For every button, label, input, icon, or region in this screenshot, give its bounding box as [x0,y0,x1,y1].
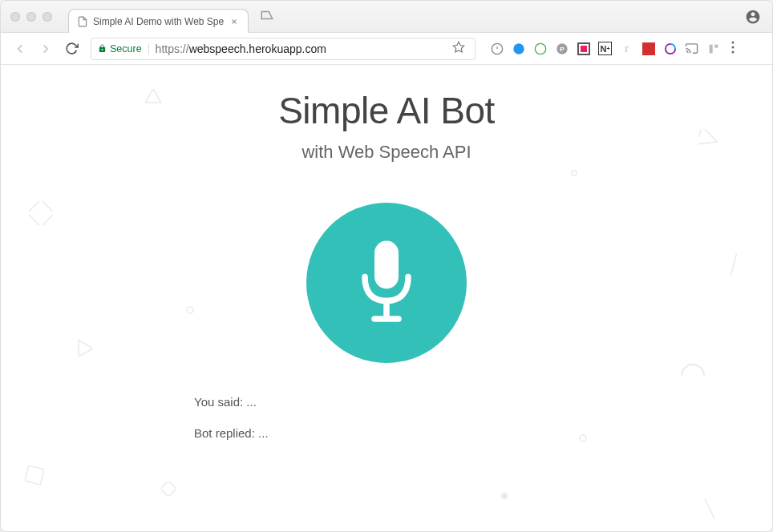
svg-rect-29 [161,482,176,496]
page-subtitle: with Web Speech API [1,142,772,163]
svg-point-18 [732,46,735,48]
menu-button[interactable] [726,41,739,57]
svg-text:P: P [560,45,565,52]
forward-button[interactable] [34,38,57,60]
extension-icon[interactable]: N+ [598,42,612,55]
secure-badge: Secure [98,43,149,54]
svg-rect-16 [714,44,718,47]
svg-point-6 [513,43,524,54]
lock-icon [98,44,107,53]
browser-tab[interactable]: Simple AI Demo with Web Spe [68,9,249,33]
svg-line-31 [705,498,714,518]
cast-icon[interactable] [685,42,698,55]
page-title: Simple AI Bot [1,89,772,132]
url-domain: webspeech.herokuapp.com [189,42,326,55]
you-said-value: ... [246,395,257,409]
secure-label: Secure [110,43,142,54]
reload-button[interactable] [60,38,83,60]
transcript-area: You said: ... Bot replied: ... [194,395,579,440]
extension-icon[interactable]: P [555,42,569,55]
extension-icon[interactable] [533,42,547,55]
url-text: https://webspeech.herokuapp.com [156,42,449,55]
microphone-button[interactable] [306,203,467,363]
minimize-window-button[interactable] [26,12,36,22]
svg-rect-13 [642,42,655,55]
svg-rect-12 [581,46,587,52]
toolbar: Secure https://webspeech.herokuapp.com [1,33,772,65]
extension-icons: P N+ r [490,42,720,55]
svg-rect-28 [25,466,44,485]
extension-icon[interactable] [641,42,655,55]
browser-window: Simple AI Demo with Web Spe [0,0,773,532]
you-said-label: You said: [194,395,246,409]
microphone-icon [346,235,427,331]
you-said-line: You said: ... [194,395,579,409]
extension-icon[interactable] [663,42,677,55]
new-tab-button[interactable] [255,6,279,27]
user-profile-icon[interactable] [745,9,761,25]
tab-title: Simple AI Demo with Web Spe [93,16,224,27]
window-controls [10,12,52,22]
maximize-window-button[interactable] [42,12,52,22]
title-bar: Simple AI Demo with Web Spe [1,1,772,33]
bot-replied-label: Bot replied: [194,426,258,440]
svg-rect-32 [374,241,399,289]
svg-point-30 [501,493,508,499]
svg-rect-15 [709,44,712,53]
close-window-button[interactable] [10,12,20,22]
extension-icon[interactable] [706,42,720,55]
bot-replied-line: Bot replied: ... [194,426,579,440]
close-tab-icon[interactable] [229,16,240,27]
extension-icon[interactable]: r [620,42,633,55]
url-protocol: https:// [156,42,189,55]
page-icon [77,16,88,27]
extension-icon[interactable] [577,42,590,55]
svg-marker-2 [453,42,463,52]
svg-point-17 [732,41,735,43]
extension-icon[interactable] [512,42,525,55]
address-bar[interactable]: Secure https://webspeech.herokuapp.com [91,38,476,60]
page-content: Simple AI Bot with Web Speech API You sa… [1,65,772,531]
bot-replied-value: ... [258,426,269,440]
svg-point-19 [732,50,735,53]
bookmark-star-icon[interactable] [449,41,468,57]
tab-strip: Simple AI Demo with Web Spe [68,1,279,32]
extension-icon[interactable] [490,42,504,55]
back-button[interactable] [9,38,31,60]
